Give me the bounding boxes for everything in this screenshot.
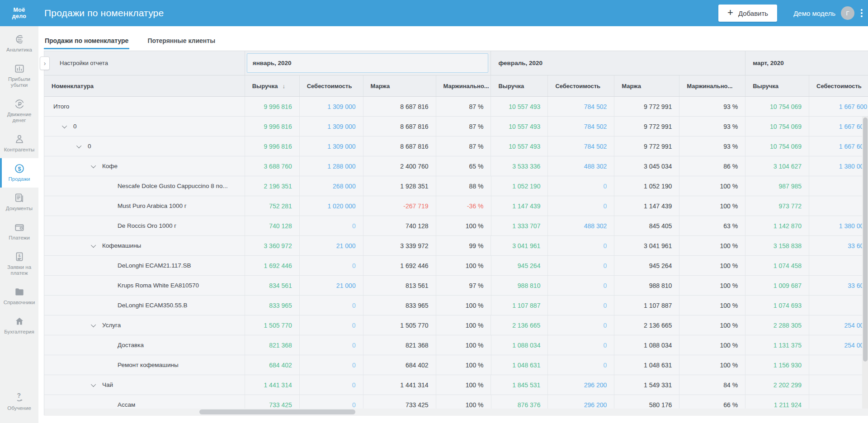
sidebar-item-directories[interactable]: Справочники bbox=[0, 282, 38, 311]
row-name: DeLonghi ECAM21.117.SB bbox=[118, 262, 191, 269]
sidebar-item-documents[interactable]: Документы bbox=[0, 188, 38, 217]
cell-margin: 9 772 991 bbox=[614, 97, 679, 116]
tab-lost-clients[interactable]: Потерянные клиенты bbox=[146, 26, 216, 49]
cell-cost: 488 302 bbox=[547, 156, 614, 176]
user-name[interactable]: Демо модель bbox=[793, 9, 835, 17]
cell-margin: 9 772 991 bbox=[614, 136, 679, 156]
cell-margin: 8 687 816 bbox=[363, 117, 436, 136]
column-header-m0-cost[interactable]: Себестоимость bbox=[299, 75, 363, 96]
table-row[interactable]: Чай1 441 31401 441 314100 %1 845 531296 … bbox=[44, 375, 868, 395]
column-header-m0-margin[interactable]: Маржа bbox=[363, 75, 436, 96]
add-button[interactable]: + Добавить bbox=[718, 5, 777, 22]
table-row[interactable]: Krups Roma White EA810570834 56121 00081… bbox=[44, 276, 868, 296]
column-header-m1-marginality[interactable]: Маржинально... bbox=[679, 75, 745, 96]
cell-margin: 8 687 816 bbox=[363, 97, 436, 116]
horizontal-scrollbar-thumb[interactable] bbox=[199, 409, 355, 414]
chevron-down-icon[interactable] bbox=[76, 143, 81, 148]
column-header-m1-margin[interactable]: Маржа bbox=[614, 75, 679, 96]
table-row[interactable]: Кофемашины3 360 97221 0003 339 97299 %3 … bbox=[44, 236, 868, 256]
table-row[interactable]: DeLonghi ECAM350.55.B833 9650833 965100 … bbox=[44, 296, 868, 315]
chevron-down-icon[interactable] bbox=[62, 123, 67, 128]
column-header-nomenclature[interactable]: Номенклатура bbox=[44, 75, 245, 96]
cell-margin: 1 549 331 bbox=[614, 375, 679, 395]
cell-cost: 0 bbox=[547, 315, 614, 335]
report-settings-label[interactable]: Настройки отчета bbox=[60, 60, 108, 66]
pay-requests-icon: $ bbox=[1, 251, 38, 263]
cell-rev: 2 202 299 bbox=[745, 375, 809, 395]
cell-cost: 1 020 000 bbox=[299, 196, 363, 216]
cell-pct: 93 % bbox=[679, 136, 745, 156]
tab-sales-by-nomenclature[interactable]: Продажи по номенклатуре bbox=[44, 26, 129, 49]
sidebar-item-sales[interactable]: $Продажи bbox=[0, 158, 38, 188]
cell-margin: 945 264 bbox=[614, 256, 679, 275]
cell-margin: 1 928 351 bbox=[363, 176, 436, 196]
chevron-down-icon[interactable] bbox=[91, 242, 96, 247]
table-body: Итого9 996 8161 309 0008 687 81687 %10 5… bbox=[44, 97, 868, 415]
table-row[interactable]: DeLonghi ECAM21.117.SB1 692 44601 692 44… bbox=[44, 256, 868, 276]
add-button-label: Добавить bbox=[738, 9, 768, 17]
column-header-m1-revenue[interactable]: Выручка bbox=[491, 75, 547, 96]
cell-rev: 973 772 bbox=[745, 196, 809, 216]
table-row[interactable]: Ремонт кофемашины684 4020684 402100 %1 0… bbox=[44, 355, 868, 375]
cell-cost: 0 bbox=[547, 335, 614, 355]
chevron-down-icon[interactable] bbox=[91, 322, 96, 327]
table-row[interactable]: Nescafe Dolce Gusto Cappuccino 8 по...2 … bbox=[44, 176, 868, 196]
month-header-1[interactable]: февраль, 2020 bbox=[491, 51, 745, 75]
cell-margin: 845 405 bbox=[614, 216, 679, 235]
cell-margin: 988 810 bbox=[614, 276, 679, 295]
chevron-down-icon[interactable] bbox=[91, 163, 96, 168]
analytics-icon bbox=[1, 33, 38, 45]
cell-pct: 100 % bbox=[679, 315, 745, 335]
cell-rev: 3 688 760 bbox=[245, 156, 299, 176]
sidebar-item-accounting[interactable]: Бухгалтерия bbox=[0, 311, 38, 340]
sidebar-item-analytics[interactable]: Аналитика bbox=[0, 29, 38, 58]
column-header-label: Себестоимость bbox=[816, 83, 862, 89]
table-row[interactable]: Доставка821 3680821 368100 %1 088 03401 … bbox=[44, 335, 868, 355]
row-name-cell: Must Puro Arabica 1000 г bbox=[44, 196, 245, 216]
avatar[interactable]: Г bbox=[841, 6, 854, 20]
expand-settings-button[interactable]: › bbox=[40, 56, 50, 70]
column-header-m0-revenue[interactable]: Выручка↓ bbox=[245, 75, 299, 96]
column-header-m0-marginality[interactable]: Маржинально... bbox=[436, 75, 491, 96]
table-row[interactable]: Must Puro Arabica 1000 г752 2811 020 000… bbox=[44, 196, 868, 216]
table-row[interactable]: 09 996 8161 309 0008 687 81687 %10 557 4… bbox=[44, 117, 868, 136]
sidebar-item-pay-requests[interactable]: $Заявки наплатеж bbox=[0, 246, 38, 282]
cell-pct: 88 % bbox=[436, 176, 491, 196]
period-picker-selected[interactable]: январь, 2020 bbox=[247, 53, 489, 73]
cell-rev: 1 088 034 bbox=[491, 335, 548, 355]
sidebar-item-cashflow[interactable]: Движениеденег bbox=[0, 94, 38, 129]
row-name: Чай bbox=[102, 381, 113, 388]
vertical-scrollbar-thumb[interactable] bbox=[863, 118, 868, 362]
table-row[interactable]: 09 996 8161 309 0008 687 81687 %10 557 4… bbox=[44, 136, 868, 156]
payments-icon bbox=[1, 221, 38, 233]
sidebar-item-education[interactable]: ?Обучение bbox=[0, 387, 38, 417]
row-name: Nescafe Dolce Gusto Cappuccino 8 по... bbox=[118, 183, 228, 189]
table-row[interactable]: Услуга1 505 77001 505 770100 %2 136 6650… bbox=[44, 315, 868, 335]
column-header-m2-revenue[interactable]: Выручка bbox=[745, 75, 809, 96]
sidebar-item-payments[interactable]: Платежи bbox=[0, 217, 38, 246]
cell-cost: 0 bbox=[547, 196, 614, 216]
column-header-m2-cost[interactable]: Себестоимость bbox=[809, 75, 868, 96]
table-row[interactable]: Кофе3 688 7601 288 0002 400 76065 %3 533… bbox=[44, 156, 868, 176]
table-row[interactable]: Итого9 996 8161 309 0008 687 81687 %10 5… bbox=[44, 97, 868, 117]
pnl-icon bbox=[1, 63, 38, 75]
horizontal-scrollbar[interactable] bbox=[44, 409, 868, 416]
row-name: Услуга bbox=[102, 322, 121, 329]
app-logo[interactable]: Моё дело bbox=[0, 7, 38, 19]
row-name-cell: 0 bbox=[44, 136, 245, 156]
cell-margin: 1 052 190 bbox=[614, 176, 679, 196]
sidebar-item-partners[interactable]: Контрагенты bbox=[0, 129, 38, 158]
chevron-down-icon[interactable] bbox=[91, 381, 96, 386]
cell-rev: 1 052 190 bbox=[491, 176, 548, 196]
vertical-scrollbar[interactable] bbox=[862, 117, 868, 409]
table-row[interactable]: De Roccis Oro 1000 г740 1280740 128100 %… bbox=[44, 216, 868, 236]
column-header-m1-cost[interactable]: Себестоимость bbox=[547, 75, 614, 96]
cell-cost: 0 bbox=[299, 335, 363, 355]
kebab-menu-icon[interactable] bbox=[861, 9, 863, 17]
cell-pct: 100 % bbox=[679, 335, 745, 355]
sidebar-item-pnl[interactable]: Прибылиубытки bbox=[0, 58, 38, 94]
cell-pct: 100 % bbox=[436, 256, 491, 275]
month-header-2[interactable]: март, 2020 bbox=[745, 51, 868, 75]
month-header-0[interactable]: январь, 2020 bbox=[245, 51, 491, 75]
cell-margin: 813 561 bbox=[363, 276, 436, 295]
